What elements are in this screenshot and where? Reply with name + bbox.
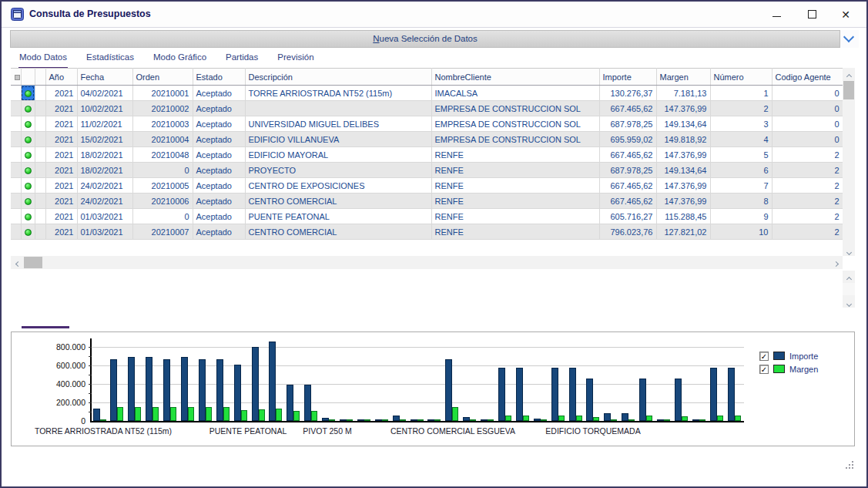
cell-descripcion[interactable]: PROYECTO (245, 163, 431, 178)
cell-margen[interactable]: 127.821,02 (656, 224, 710, 240)
cell-margen[interactable]: 147.376,99 (656, 147, 710, 163)
table-row[interactable]: 202101/03/202120210007AceptadoCENTRO COM… (11, 224, 843, 240)
cell-orden[interactable]: 20210006 (132, 194, 193, 209)
scroll-left-button[interactable] (11, 256, 23, 269)
cell-agente[interactable]: 2 (772, 147, 843, 163)
cell-ano[interactable]: 2021 (45, 209, 77, 224)
row-status-cell[interactable] (21, 101, 35, 116)
cell-blank[interactable] (35, 101, 45, 116)
cell-cliente[interactable]: RENFE (431, 224, 599, 240)
row-status-cell[interactable] (21, 209, 35, 224)
row-status-cell[interactable] (21, 147, 35, 163)
table-row[interactable]: 202118/02/20210AceptadoPROYECTORENFE687.… (11, 163, 843, 178)
column-header[interactable]: Importe (599, 69, 656, 86)
scroll-down-button[interactable] (843, 244, 855, 256)
cell-fecha[interactable]: 24/02/2021 (77, 178, 132, 194)
cell-blank[interactable] (11, 116, 21, 132)
column-header[interactable]: Fecha (77, 69, 132, 86)
close-button[interactable]: ✕ (833, 6, 859, 23)
table-row[interactable]: 202124/02/202120210006AceptadoCENTRO COM… (11, 194, 843, 209)
cell-orden[interactable]: 0 (132, 163, 193, 178)
table-row[interactable]: 202115/02/202120210004AceptadoEDIFICIO V… (11, 132, 843, 147)
cell-estado[interactable]: Aceptado (193, 147, 245, 163)
cell-fecha[interactable]: 24/02/2021 (77, 194, 132, 209)
cell-descripcion[interactable]: CENTRO COMERCIAL (245, 194, 431, 209)
cell-numero[interactable]: 9 (710, 209, 772, 224)
cell-cliente[interactable]: RENFE (431, 178, 599, 194)
cell-numero[interactable]: 5 (710, 147, 772, 163)
cell-blank[interactable] (35, 178, 45, 194)
cell-ano[interactable]: 2021 (45, 86, 77, 101)
legend-checkbox[interactable]: ✓ (759, 352, 769, 361)
cell-estado[interactable]: Aceptado (193, 132, 245, 147)
cell-cliente[interactable]: EMPRESA DE CONSTRUCCION SOL (431, 132, 599, 147)
row-status-cell[interactable] (21, 132, 35, 147)
cell-blank[interactable] (11, 86, 21, 101)
cell-blank[interactable] (11, 101, 21, 116)
cell-descripcion[interactable]: UNIVERSIDAD MIGUEL DELIBES (245, 116, 431, 132)
cell-cliente[interactable]: RENFE (431, 147, 599, 163)
cell-orden[interactable]: 20210005 (132, 178, 193, 194)
cell-agente[interactable]: 0 (772, 132, 843, 147)
cell-blank[interactable] (11, 147, 21, 163)
scroll-down-button[interactable] (843, 295, 855, 308)
cell-blank[interactable] (35, 209, 45, 224)
cell-margen[interactable]: 115.288,45 (656, 209, 710, 224)
cell-orden[interactable]: 20210001 (132, 86, 193, 101)
cell-fecha[interactable]: 01/03/2021 (77, 224, 132, 240)
cell-margen[interactable]: 147.376,99 (656, 101, 710, 116)
cell-agente[interactable]: 2 (772, 178, 843, 194)
row-status-cell[interactable] (21, 194, 35, 209)
cell-numero[interactable]: 2 (710, 101, 772, 116)
cell-blank[interactable] (35, 194, 45, 209)
cell-ano[interactable]: 2021 (45, 224, 77, 240)
scroll-up-button[interactable] (843, 68, 855, 80)
cell-numero[interactable]: 1 (710, 86, 772, 101)
row-status-cell[interactable] (21, 163, 35, 178)
cell-descripcion[interactable]: EDIFICIO VILLANUEVA (245, 132, 431, 147)
cell-estado[interactable]: Aceptado (193, 178, 245, 194)
cell-ano[interactable]: 2021 (45, 147, 77, 163)
cell-ano[interactable]: 2021 (45, 194, 77, 209)
cell-fecha[interactable]: 15/02/2021 (77, 132, 132, 147)
cell-numero[interactable]: 4 (710, 132, 772, 147)
cell-cliente[interactable]: RENFE (431, 163, 599, 178)
cell-ano[interactable]: 2021 (45, 116, 77, 132)
cell-margen[interactable]: 149.134,64 (656, 116, 710, 132)
cell-agente[interactable]: 0 (772, 86, 843, 101)
grid-vertical-scrollbar[interactable] (843, 68, 855, 256)
cell-cliente[interactable]: EMPRESA DE CONSTRUCCION SOL (431, 101, 599, 116)
cell-cliente[interactable]: EMPRESA DE CONSTRUCCION SOL (431, 116, 599, 132)
tab-estadísticas[interactable]: Estadísticas (85, 49, 135, 69)
cell-cliente[interactable]: RENFE (431, 209, 599, 224)
cell-orden[interactable]: 0 (132, 209, 193, 224)
cell-agente[interactable]: 2 (772, 194, 843, 209)
scroll-thumb[interactable] (24, 257, 42, 268)
cell-fecha[interactable]: 18/02/2021 (77, 147, 132, 163)
cell-blank[interactable] (11, 209, 21, 224)
cell-cliente[interactable]: IMACALSA (431, 86, 599, 101)
cell-agente[interactable]: 2 (772, 224, 843, 240)
column-header[interactable]: Codigo Agente (772, 69, 843, 86)
selected-row-cell[interactable] (21, 86, 35, 101)
cell-numero[interactable]: 3 (710, 116, 772, 132)
cell-blank[interactable] (35, 132, 45, 147)
cell-blank[interactable] (11, 178, 21, 194)
cell-fecha[interactable]: 04/02/2021 (77, 86, 132, 101)
cell-orden[interactable]: 20210007 (132, 224, 193, 240)
cell-margen[interactable]: 149.134,64 (656, 163, 710, 178)
table-row[interactable]: 202104/02/202120210001AceptadoTORRE ARRI… (11, 86, 843, 101)
cell-numero[interactable]: 6 (710, 163, 772, 178)
cell-blank[interactable] (35, 116, 45, 132)
cell-orden[interactable]: 20210048 (132, 147, 193, 163)
table-row[interactable]: 202111/02/202120210003AceptadoUNIVERSIDA… (11, 116, 843, 132)
tab-partidas[interactable]: Partidas (225, 49, 259, 69)
tab-previsión[interactable]: Previsión (276, 49, 314, 69)
cell-numero[interactable]: 10 (710, 224, 772, 240)
cell-ano[interactable]: 2021 (45, 178, 77, 194)
cell-ano[interactable]: 2021 (45, 101, 77, 116)
table-row[interactable]: 202101/03/20210AceptadoPUENTE PEATONALRE… (11, 209, 843, 224)
cell-blank[interactable] (35, 86, 45, 101)
cell-agente[interactable]: 0 (772, 116, 843, 132)
cell-estado[interactable]: Aceptado (193, 194, 245, 209)
